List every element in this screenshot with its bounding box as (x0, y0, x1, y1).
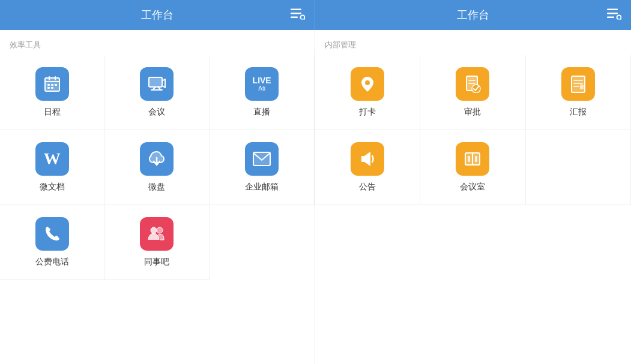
wdoc-label: 微文档 (40, 182, 65, 192)
app-item-checkin[interactable]: 打卡 (315, 55, 420, 130)
app-item-approval[interactable]: 审批 (420, 55, 525, 130)
empty-cell (526, 130, 631, 205)
app-item-notice[interactable]: 公告 (315, 130, 420, 205)
svg-rect-5 (607, 9, 618, 11)
app-item-report[interactable]: 汇报 (526, 55, 631, 130)
svg-rect-2 (291, 17, 298, 19)
svg-point-22 (151, 227, 157, 233)
left-header-title: 工作台 (141, 8, 174, 22)
svg-rect-1 (291, 13, 301, 14)
svg-rect-7 (607, 17, 614, 19)
svg-point-23 (157, 227, 163, 233)
checkin-label: 打卡 (359, 107, 376, 118)
svg-rect-14 (47, 84, 50, 86)
wdisk-icon (140, 142, 174, 176)
wdisk-label: 微盘 (148, 182, 165, 192)
svg-rect-33 (580, 85, 584, 89)
checkin-icon (351, 67, 384, 101)
left-header: 工作台 (0, 0, 315, 30)
colleague-icon (140, 217, 174, 251)
report-label: 汇报 (570, 107, 587, 118)
wdoc-icon: W (35, 142, 69, 176)
right-panel: 内部管理 打卡 (315, 30, 631, 364)
app-item-meeting[interactable]: 会议 (105, 55, 210, 130)
right-grid: 打卡 审批 (315, 55, 631, 205)
schedule-icon (35, 67, 69, 101)
svg-rect-29 (572, 76, 585, 92)
phone-icon (35, 217, 69, 251)
app-item-wdisk[interactable]: 微盘 (105, 130, 210, 205)
app-item-wdoc[interactable]: W 微文档 (0, 130, 105, 205)
approval-icon (456, 67, 489, 101)
main-row: 效率工具 日程 (0, 30, 631, 364)
headers-row: 工作台 工作台 (0, 0, 631, 30)
email-icon (245, 142, 279, 176)
live-icon: LIVE Ati (245, 67, 279, 101)
svg-rect-36 (468, 156, 470, 162)
app-item-colleague[interactable]: 同事吧 (105, 205, 210, 280)
schedule-label: 日程 (44, 107, 61, 118)
meeting-label: 会议 (148, 107, 165, 118)
svg-point-3 (301, 16, 305, 20)
svg-point-24 (365, 80, 370, 85)
app-item-schedule[interactable]: 日程 (0, 55, 105, 130)
email-label: 企业邮箱 (245, 182, 279, 192)
live-label: 直播 (253, 107, 270, 118)
meetroom-label: 会议室 (460, 182, 485, 192)
app-item-phone[interactable]: 公费电话 (0, 205, 105, 280)
svg-rect-16 (55, 84, 57, 86)
svg-line-9 (621, 19, 622, 20)
svg-line-4 (304, 19, 306, 20)
approval-label: 审批 (464, 107, 481, 118)
svg-rect-15 (51, 84, 53, 86)
colleague-label: 同事吧 (144, 257, 169, 267)
svg-point-8 (617, 16, 621, 20)
live-subtext: Ati (258, 85, 265, 92)
right-section-label: 内部管理 (315, 40, 631, 55)
app-item-email[interactable]: 企业邮箱 (210, 130, 315, 205)
meeting-icon (140, 67, 174, 101)
left-section-label: 效率工具 (0, 40, 315, 55)
left-panel: 效率工具 日程 (0, 30, 315, 364)
app-item-meetroom[interactable]: 会议室 (420, 130, 525, 205)
right-header-title: 工作台 (457, 8, 489, 22)
report-icon (561, 67, 595, 101)
svg-rect-18 (51, 87, 53, 89)
svg-rect-17 (47, 87, 50, 89)
svg-rect-0 (291, 9, 301, 11)
live-text: LIVE (253, 76, 271, 85)
phone-label: 公费电话 (35, 257, 69, 267)
app-item-live[interactable]: LIVE Ati 直播 (210, 55, 315, 130)
left-grid: 日程 会议 LIVE Ati (0, 55, 315, 280)
notice-label: 公告 (359, 182, 376, 192)
notice-icon (351, 142, 384, 176)
left-settings-icon[interactable] (291, 8, 305, 23)
right-settings-icon[interactable] (607, 8, 621, 23)
svg-rect-6 (607, 13, 618, 14)
meetroom-icon (456, 142, 489, 176)
right-header: 工作台 (315, 0, 631, 30)
svg-rect-37 (475, 156, 477, 162)
